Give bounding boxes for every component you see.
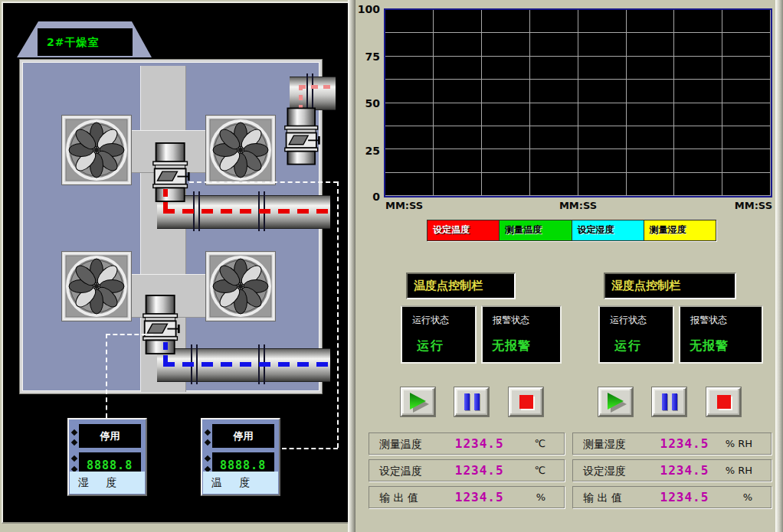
y-tick-75: 75 xyxy=(351,51,380,63)
y-tick-0: 0 xyxy=(351,191,380,203)
meas-temp-readout: 测量温度 1234.5 ℃ xyxy=(369,432,565,455)
room-title: 2#干燥室 xyxy=(38,28,133,56)
readout-value: 1234.5 xyxy=(455,490,504,504)
readout-label: 测量温度 xyxy=(379,438,422,452)
play-icon xyxy=(604,390,627,413)
run-status-label: 运行状态 xyxy=(600,307,673,327)
fan-top-right xyxy=(205,115,276,185)
diamond-marker xyxy=(205,439,211,446)
run-status-value: 运行 xyxy=(402,327,475,354)
process-mimic-window: 2#干燥室 停用 8888.8 湿 度 xyxy=(2,2,349,524)
fan-bottom-right xyxy=(205,251,276,321)
diamond-marker xyxy=(205,455,211,462)
temp-output-readout: 输 出 值 1234.5 % xyxy=(369,486,565,508)
readout-unit: % xyxy=(536,491,545,503)
temperature-status: 停用 xyxy=(212,424,274,448)
readout-unit: % RH xyxy=(726,438,752,449)
diamond-marker xyxy=(71,455,77,462)
temp-panel-title: 温度点控制栏 xyxy=(406,273,516,299)
fan-top-left xyxy=(61,115,132,185)
hot-flow-line xyxy=(163,209,329,214)
fan-bottom-left xyxy=(61,251,132,321)
humid-sensor-link xyxy=(106,334,153,335)
readout-label: 测量湿度 xyxy=(583,438,626,452)
y-tick-25: 25 xyxy=(351,145,380,157)
temp-run-status-box: 运行状态 运行 xyxy=(401,305,477,364)
humidity-pause-button[interactable] xyxy=(652,387,686,416)
readout-label: 输 出 值 xyxy=(583,491,622,505)
legend-meas-temp: 测量温度 xyxy=(500,220,572,240)
legend-set-humidity: 设定湿度 xyxy=(572,220,644,240)
run-status-value: 运行 xyxy=(600,327,673,354)
pause-icon xyxy=(462,393,482,410)
readout-unit: % RH xyxy=(726,465,752,476)
alarm-status-value: 无报警 xyxy=(680,327,762,354)
temperature-label: 温 度 xyxy=(203,472,278,494)
readout-label: 设定温度 xyxy=(379,465,422,478)
humidity-sensor-box: 停用 8888.8 湿 度 xyxy=(67,418,147,496)
readout-value: 1234.5 xyxy=(660,490,709,504)
chart-legend: 设定温度 测量温度 设定湿度 测量湿度 xyxy=(427,220,716,241)
diamond-marker xyxy=(71,429,77,436)
damper-valve-inlet xyxy=(283,107,322,165)
set-humidity-readout: 设定湿度 1234.5 % RH xyxy=(572,459,772,481)
stop-icon xyxy=(519,395,533,409)
readout-label: 输 出 值 xyxy=(379,491,418,505)
stop-icon xyxy=(717,395,731,409)
temp-sensor-link xyxy=(189,181,338,183)
temp-pause-button[interactable] xyxy=(454,387,489,416)
humidity-start-button[interactable] xyxy=(598,387,633,416)
cool-flow-line xyxy=(163,362,329,367)
inlet-flow-line-drop xyxy=(299,85,303,108)
inlet-flow-line xyxy=(299,85,335,89)
humidity-status: 停用 xyxy=(79,424,141,448)
readout-value: 1234.5 xyxy=(455,463,504,478)
temp-sensor-link xyxy=(282,448,338,449)
humidity-output-readout: 输 出 值 1234.5 % xyxy=(572,486,772,508)
alarm-status-value: 无报警 xyxy=(483,327,560,354)
readout-unit: ℃ xyxy=(534,465,545,476)
meas-humidity-readout: 测量湿度 1234.5 % RH xyxy=(572,432,772,455)
temp-stop-button[interactable] xyxy=(509,387,543,416)
trend-chart-plot xyxy=(384,8,772,197)
humidity-stop-button[interactable] xyxy=(706,387,741,416)
temperature-sensor-box: 停用 8888.8 温 度 xyxy=(201,418,280,496)
x-tick-right: MM:SS xyxy=(384,200,772,211)
diamond-marker xyxy=(71,439,77,446)
play-icon xyxy=(407,390,430,413)
window-divider xyxy=(348,0,355,532)
humidity-panel-title: 湿度点控制栏 xyxy=(604,273,736,299)
y-tick-50: 50 xyxy=(351,97,380,109)
humid-sensor-link xyxy=(106,334,107,418)
readout-value: 1234.5 xyxy=(455,436,504,451)
alarm-status-label: 报警状态 xyxy=(680,307,762,327)
readout-label: 设定湿度 xyxy=(583,465,626,478)
humidity-label: 湿 度 xyxy=(70,472,145,494)
legend-meas-humidity: 测量湿度 xyxy=(644,220,716,240)
readout-unit: % xyxy=(743,491,752,503)
humidity-run-status-box: 运行状态 运行 xyxy=(598,305,674,364)
legend-set-temp: 设定温度 xyxy=(428,220,500,240)
readout-value: 1234.5 xyxy=(660,436,709,451)
readout-unit: ℃ xyxy=(534,438,545,449)
y-tick-100: 100 xyxy=(351,3,380,15)
temp-alarm-status-box: 报警状态 无报警 xyxy=(481,305,562,364)
readout-value: 1234.5 xyxy=(660,463,709,478)
alarm-status-label: 报警状态 xyxy=(483,307,560,327)
pause-icon xyxy=(660,393,680,410)
temp-sensor-link xyxy=(337,181,339,448)
temp-start-button[interactable] xyxy=(401,387,435,416)
humidity-alarm-status-box: 报警状态 无报警 xyxy=(679,305,763,364)
damper-valve-cool xyxy=(142,295,182,354)
run-status-label: 运行状态 xyxy=(402,307,475,327)
set-temp-readout: 设定温度 1234.5 ℃ xyxy=(369,459,565,481)
window-edge xyxy=(775,0,783,532)
pipe-flange xyxy=(306,73,313,112)
diamond-marker xyxy=(205,429,211,436)
damper-valve-hot xyxy=(152,142,192,202)
